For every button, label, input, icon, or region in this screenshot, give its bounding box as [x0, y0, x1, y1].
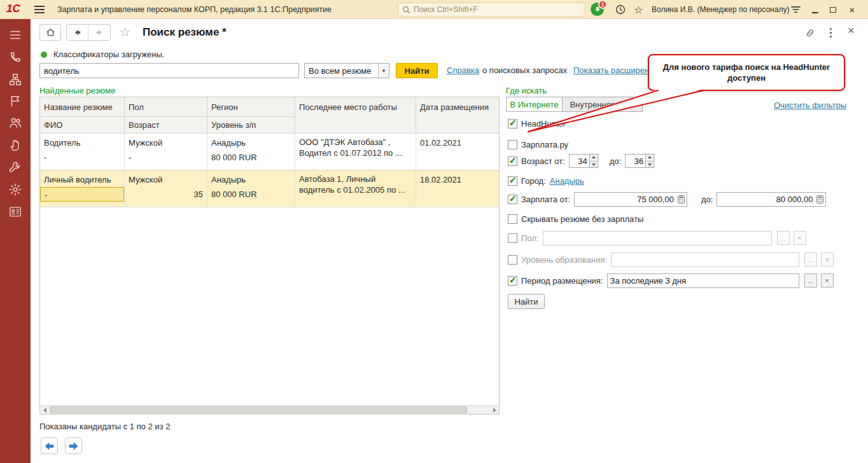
sidebar-phone-icon[interactable]: [8, 50, 22, 64]
close-window-button[interactable]: ×: [846, 0, 858, 19]
education-choose-button[interactable]: ...: [804, 252, 817, 266]
gender-choose-button[interactable]: ...: [777, 231, 790, 245]
age-checkbox[interactable]: [508, 156, 517, 166]
home-icon: [45, 27, 56, 38]
calculator-icon[interactable]: [815, 194, 825, 205]
hide-no-salary-checkbox[interactable]: [508, 214, 517, 224]
sidebar-employees-icon[interactable]: [8, 116, 22, 130]
gender-label: Пол:: [521, 233, 539, 243]
salary-to-wrap: [717, 192, 826, 207]
sidebar-structure-icon[interactable]: [8, 73, 22, 86]
age-label: Возраст от:: [521, 156, 565, 166]
period-label: Период размещения:: [521, 276, 603, 286]
salary-to-label: до:: [701, 195, 713, 204]
sidebar-flag-icon[interactable]: [8, 94, 22, 108]
education-checkbox[interactable]: [508, 255, 517, 265]
education-input[interactable]: [611, 252, 799, 267]
scrollbar-thumb[interactable]: [50, 406, 467, 413]
favorite-page-star-icon[interactable]: ☆: [120, 25, 130, 39]
city-value-link[interactable]: Анадырь: [550, 176, 584, 186]
home-button[interactable]: [39, 24, 61, 41]
stepper-up-icon[interactable]: [646, 155, 654, 162]
stepper-down-icon[interactable]: [590, 162, 598, 168]
tab-internal-base[interactable]: Внутренняя база: [563, 97, 643, 112]
age-to-input[interactable]: [625, 154, 645, 168]
get-link-button[interactable]: [804, 27, 816, 41]
sidebar-tools-icon[interactable]: [8, 160, 22, 174]
gender-input[interactable]: [543, 231, 772, 245]
city-checkbox[interactable]: [508, 176, 517, 186]
maximize-icon: [830, 7, 836, 13]
sidebar-hand-icon[interactable]: [8, 138, 22, 152]
column-header[interactable]: Уровень з/п: [207, 117, 295, 134]
resume-search-input[interactable]: [39, 63, 299, 78]
horizontal-scrollbar[interactable]: [40, 405, 499, 414]
next-page-button[interactable]: [65, 438, 82, 454]
filter-row-education: Уровень образования: ... ×: [508, 252, 834, 267]
period-checkbox[interactable]: [508, 276, 517, 286]
find-button-label: Найти: [405, 66, 430, 76]
sidebar-settings-icon[interactable]: [8, 183, 22, 197]
column-header[interactable]: Регион: [207, 97, 295, 117]
search-scope-select[interactable]: Во всем резюме ▾: [304, 63, 389, 78]
current-user[interactable]: Волина И.В. (Менеджер по персоналу): [652, 0, 789, 19]
cell-gender: Мужской: [125, 170, 207, 185]
arrow-back-icon: [73, 28, 83, 37]
sidebar-menu-icon[interactable]: [8, 28, 22, 42]
help-link[interactable]: Справка: [447, 66, 479, 75]
favorites-button[interactable]: ☆: [634, 0, 643, 19]
service-menu-button[interactable]: [791, 0, 801, 19]
age-from-input[interactable]: [569, 154, 589, 168]
zarplata-checkbox[interactable]: [508, 140, 517, 149]
tab-internet[interactable]: В Интернете: [506, 97, 563, 112]
close-page-button[interactable]: ×: [848, 24, 855, 38]
dropdown-arrow-icon[interactable]: ▾: [378, 64, 389, 78]
notifications-button[interactable]: 1: [591, 3, 604, 16]
global-search-input[interactable]: Поиск Ctrl+Shift+F: [398, 3, 585, 17]
history-button[interactable]: [615, 0, 626, 19]
advanced-search-link[interactable]: Показать расширен: [573, 66, 649, 75]
stepper-down-icon[interactable]: [646, 162, 654, 168]
column-header[interactable]: Пол: [125, 97, 207, 117]
more-menu-button[interactable]: [830, 28, 832, 30]
salary-to-input[interactable]: [717, 192, 826, 207]
find-button[interactable]: Найти: [396, 63, 438, 78]
maximize-button[interactable]: [827, 0, 839, 19]
stepper-up-icon[interactable]: [590, 155, 598, 162]
column-header[interactable]: Название резюме: [40, 97, 125, 117]
cell-age: 35: [125, 185, 207, 199]
filters-find-button[interactable]: Найти: [508, 294, 545, 309]
salary-checkbox[interactable]: [508, 195, 517, 204]
minimize-icon: [812, 12, 818, 13]
column-header[interactable]: Последнее место работы: [295, 97, 416, 134]
table-row-selected[interactable]: Личный водитель- Мужской35 Анадырь80 000…: [40, 170, 499, 207]
column-header[interactable]: ФИО: [40, 117, 125, 134]
salary-from-input[interactable]: [574, 192, 687, 207]
gender-clear-button[interactable]: ×: [794, 231, 806, 245]
education-clear-button[interactable]: ×: [821, 252, 834, 266]
arrow-left-blue-icon: [45, 442, 54, 450]
clear-filters-link[interactable]: Очистить фильтры: [774, 100, 846, 110]
column-header[interactable]: Дата размещения: [416, 97, 499, 134]
gender-checkbox[interactable]: [508, 233, 517, 243]
table-row[interactable]: Водитель- Мужской- Анадырь80 000 RUR ООО…: [40, 134, 499, 170]
minimize-button[interactable]: [809, 0, 821, 19]
tab-internal-base-label: Внутренняя база: [570, 100, 634, 109]
tab-internet-label: В Интернете: [510, 100, 558, 109]
1c-logo: 1С: [6, 3, 20, 15]
period-clear-button[interactable]: ×: [821, 273, 834, 287]
cell-fio-active[interactable]: -: [40, 187, 124, 202]
period-choose-button[interactable]: ...: [804, 273, 817, 287]
main-menu-icon[interactable]: [34, 6, 45, 13]
forward-button[interactable]: [88, 25, 110, 40]
period-input[interactable]: [607, 273, 799, 288]
prev-page-button[interactable]: [41, 438, 58, 454]
headhunter-checkbox[interactable]: [508, 119, 517, 128]
cell-fio: -: [40, 148, 124, 162]
back-button[interactable]: [67, 25, 88, 40]
column-header[interactable]: Возраст: [125, 117, 207, 134]
scroll-left-icon[interactable]: [40, 406, 49, 414]
sidebar-personnel-icon[interactable]: [8, 205, 22, 219]
scroll-right-icon[interactable]: [490, 406, 499, 414]
calculator-icon[interactable]: [676, 194, 686, 205]
